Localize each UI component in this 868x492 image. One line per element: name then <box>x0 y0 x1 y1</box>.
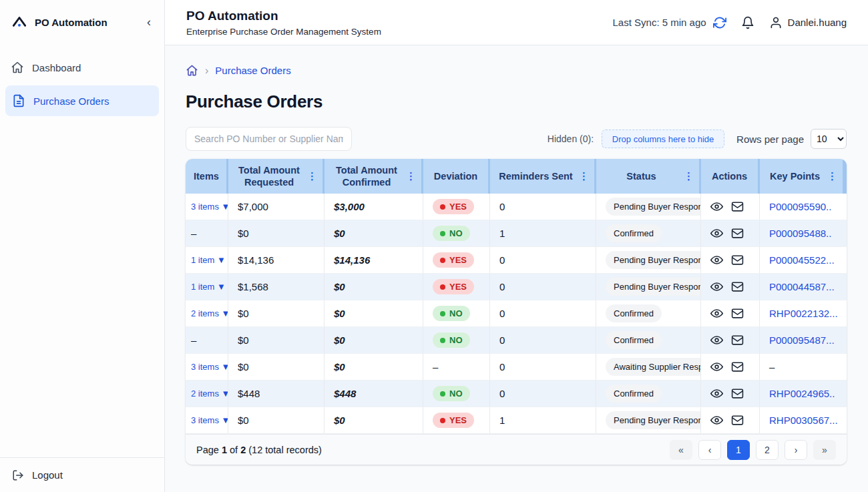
column-header-total-requested[interactable]: Total Amount Requested ⋮ <box>228 159 324 194</box>
reminders-cell: 1 <box>490 220 596 246</box>
email-icon[interactable] <box>731 307 744 320</box>
view-icon[interactable] <box>710 414 723 427</box>
items-expand-link[interactable]: 3 items ▼ <box>191 415 228 425</box>
column-menu-icon[interactable]: ⋮ <box>684 170 694 182</box>
email-icon[interactable] <box>731 360 744 373</box>
email-icon[interactable] <box>731 387 744 400</box>
total-confirmed-cell: $14,136 <box>324 247 423 273</box>
drop-zone-label: Drop columns here to hide <box>612 134 714 144</box>
items-expand-link[interactable]: 2 items ▼ <box>191 308 228 318</box>
status-badge: Confirmed <box>606 385 662 403</box>
key-points-link[interactable]: P000095487... <box>769 334 835 346</box>
status-badge: Awaiting Supplier Response <box>606 358 701 376</box>
key-points-link[interactable]: RHP0024965.. <box>769 388 835 399</box>
chevron-right-icon: › <box>205 65 208 77</box>
table-footer: Page 1 of 2 (12 total records) « ‹ 1 2 ›… <box>186 434 847 465</box>
items-expand-link[interactable]: 1 item ▼ <box>191 282 226 292</box>
email-icon[interactable] <box>731 254 744 266</box>
email-icon[interactable] <box>731 227 744 240</box>
table-controls: Hidden (0): Drop columns here to hide Ro… <box>186 127 847 151</box>
column-header-status[interactable]: Status ⋮ <box>596 159 701 194</box>
items-expand-link[interactable]: 3 items ▼ <box>191 362 228 372</box>
total-confirmed-cell: $0 <box>324 274 423 300</box>
bell-icon[interactable] <box>741 16 754 29</box>
items-expand-link[interactable]: 2 items ▼ <box>191 389 228 399</box>
column-header-key-points[interactable]: Key Points ⋮ <box>760 159 843 194</box>
sidebar-nav: Dashboard Purchase Orders <box>0 52 164 116</box>
previous-page-button[interactable]: ‹ <box>698 440 721 460</box>
view-icon[interactable] <box>710 254 723 266</box>
total-confirmed-cell: $0 <box>324 354 423 380</box>
scrollbar-gutter <box>843 159 847 194</box>
sidebar: PO Automation ‹ Dashboard Purchase Order… <box>0 0 165 492</box>
dot-icon <box>440 391 445 397</box>
email-icon[interactable] <box>731 334 744 346</box>
total-confirmed-cell: $0 <box>324 220 423 246</box>
total-confirmed-cell: $3,000 <box>324 194 423 220</box>
sidebar-item-label: Dashboard <box>32 62 81 73</box>
table-row: – $0 $0 NO 1 Confirmed P000095488.. <box>186 220 847 247</box>
dot-icon <box>440 311 445 316</box>
total-confirmed-cell: $0 <box>324 300 423 326</box>
column-drop-zone[interactable]: Drop columns here to hide <box>602 130 724 148</box>
sidebar-item-purchase-orders[interactable]: Purchase Orders <box>5 85 159 116</box>
breadcrumb-current[interactable]: Purchase Orders <box>215 65 290 76</box>
email-icon[interactable] <box>731 200 744 213</box>
column-header-deviation[interactable]: Deviation <box>423 159 490 194</box>
column-menu-icon[interactable]: ⋮ <box>307 170 317 182</box>
deviation-badge: YES <box>433 199 474 214</box>
logout-button[interactable]: Logout <box>0 457 164 492</box>
column-header-items[interactable]: Items <box>186 159 228 194</box>
view-icon[interactable] <box>710 360 723 373</box>
total-requested-cell: $0 <box>228 354 324 380</box>
sidebar-collapse-button[interactable]: ‹ <box>144 15 154 29</box>
key-points-link[interactable]: P000044587... <box>769 281 835 292</box>
column-menu-icon[interactable]: ⋮ <box>827 170 837 182</box>
view-icon[interactable] <box>710 280 723 293</box>
items-expand-link[interactable]: 1 item ▼ <box>191 255 226 265</box>
table-row: 3 items ▼ $0 $0 YES 1 Pending Buyer Resp… <box>186 407 847 434</box>
table-row: – $0 $0 NO 0 Confirmed P000095487... <box>186 327 847 354</box>
sidebar-item-dashboard[interactable]: Dashboard <box>0 52 164 83</box>
page-2-button[interactable]: 2 <box>756 440 779 460</box>
last-page-button[interactable]: » <box>813 440 836 460</box>
column-menu-icon[interactable]: ⋮ <box>406 170 416 182</box>
deviation-badge: YES <box>433 252 474 268</box>
rows-per-page-select[interactable]: 10 <box>811 129 847 149</box>
key-points-link[interactable]: RHP0022132... <box>769 308 838 319</box>
user-menu[interactable]: Danlei.huang <box>769 16 847 29</box>
view-icon[interactable] <box>710 334 723 346</box>
home-icon[interactable] <box>186 64 198 77</box>
current-page-number: 1 <box>222 445 227 455</box>
view-icon[interactable] <box>710 307 723 320</box>
view-icon[interactable] <box>710 227 723 240</box>
total-requested-cell: $0 <box>228 220 324 246</box>
refresh-icon[interactable] <box>713 16 726 29</box>
column-menu-icon[interactable]: ⋮ <box>579 170 589 182</box>
user-icon <box>769 16 783 29</box>
total-requested-cell: $1,568 <box>228 274 324 300</box>
key-points-link[interactable]: RHP0030567... <box>769 415 838 426</box>
document-icon <box>12 94 25 107</box>
status-badge: Confirmed <box>606 331 662 349</box>
reminders-cell: 0 <box>490 354 596 380</box>
view-icon[interactable] <box>710 387 723 400</box>
items-expand-link[interactable]: 3 items ▼ <box>191 202 228 212</box>
total-requested-cell: $448 <box>228 381 324 407</box>
page-1-button[interactable]: 1 <box>727 440 750 460</box>
first-page-button[interactable]: « <box>670 440 692 460</box>
total-confirmed-cell: $0 <box>324 327 423 353</box>
breadcrumb: › Purchase Orders <box>186 64 868 77</box>
email-icon[interactable] <box>731 280 744 293</box>
column-header-total-confirmed[interactable]: Total Amount Confirmed ⋮ <box>324 159 423 194</box>
view-icon[interactable] <box>710 200 723 213</box>
next-page-button[interactable]: › <box>785 440 807 460</box>
column-header-reminders[interactable]: Reminders Sent ⋮ <box>490 159 596 194</box>
key-points-link[interactable]: P000095488.. <box>769 228 831 239</box>
status-badge: Pending Buyer Response <box>606 198 701 216</box>
total-requested-cell: $0 <box>228 407 324 433</box>
key-points-link[interactable]: P000095590.. <box>769 201 831 212</box>
search-input[interactable] <box>186 127 352 151</box>
email-icon[interactable] <box>731 414 744 427</box>
key-points-link[interactable]: P000045522... <box>769 254 835 266</box>
